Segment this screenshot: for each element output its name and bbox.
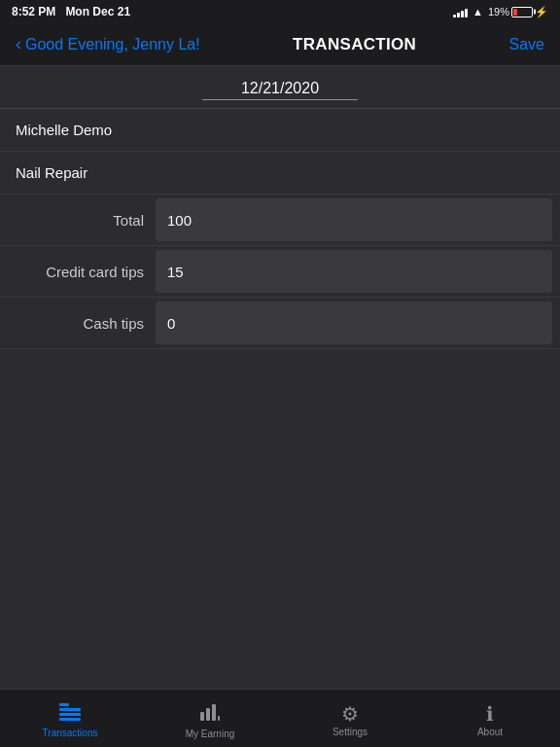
service-row (0, 152, 560, 195)
about-tab-label: About (477, 727, 503, 737)
my-earning-tab-label: My Earning (186, 729, 235, 739)
about-icon: ℹ (486, 704, 494, 724)
cash-tips-row: Cash tips (0, 298, 560, 349)
date-row (0, 66, 560, 109)
tab-about[interactable]: ℹ About (420, 700, 560, 737)
svg-rect-2 (59, 713, 81, 716)
settings-icon: ⚙ (341, 704, 359, 724)
status-bar: 8:52 PM Mon Dec 21 ▲ 19% ⚡ (0, 0, 560, 23)
svg-rect-7 (218, 716, 220, 721)
status-time-date: 8:52 PM Mon Dec 21 (12, 5, 130, 18)
chevron-left-icon: ‹ (16, 34, 21, 54)
customer-input[interactable] (16, 122, 544, 138)
credit-card-tips-input[interactable] (156, 250, 552, 293)
total-label: Total (0, 204, 156, 236)
svg-rect-3 (59, 718, 81, 721)
wifi-icon: ▲ (472, 6, 483, 18)
svg-rect-1 (59, 708, 81, 711)
signal-icon (453, 6, 468, 18)
page-title: TRANSACTION (293, 35, 416, 54)
tab-settings[interactable]: ⚙ Settings (280, 700, 420, 737)
tab-transactions[interactable]: Transactions (0, 698, 140, 738)
total-input[interactable] (156, 198, 552, 241)
navigation-bar: ‹ Good Evening, Jenny La! TRANSACTION Sa… (0, 23, 560, 66)
cash-tips-input[interactable] (156, 302, 552, 344)
transactions-tab-label: Transactions (43, 728, 98, 738)
transactions-icon (58, 702, 82, 725)
cash-tips-label: Cash tips (0, 307, 156, 339)
tab-my-earning[interactable]: My Earning (140, 698, 280, 739)
save-button[interactable]: Save (509, 36, 544, 53)
date-input[interactable] (202, 78, 358, 100)
status-indicators: ▲ 19% ⚡ (453, 6, 548, 18)
my-earning-icon (199, 702, 221, 726)
svg-rect-6 (212, 704, 216, 721)
credit-card-tips-label: Credit card tips (0, 256, 156, 288)
credit-card-tips-row: Credit card tips (0, 246, 560, 298)
customer-row (0, 109, 560, 152)
battery-indicator: 19% ⚡ (488, 6, 548, 18)
svg-rect-4 (200, 712, 204, 721)
total-row: Total (0, 195, 560, 246)
transaction-form: Total Credit card tips Cash tips (0, 66, 560, 349)
back-label: Good Evening, Jenny La! (25, 36, 200, 53)
tab-bar: Transactions My Earning ⚙ Settings ℹ Abo… (0, 689, 560, 747)
service-input[interactable] (16, 164, 544, 181)
back-button[interactable]: ‹ Good Evening, Jenny La! (16, 34, 200, 54)
settings-tab-label: Settings (332, 727, 368, 737)
svg-rect-5 (206, 708, 210, 721)
svg-rect-0 (59, 703, 69, 706)
